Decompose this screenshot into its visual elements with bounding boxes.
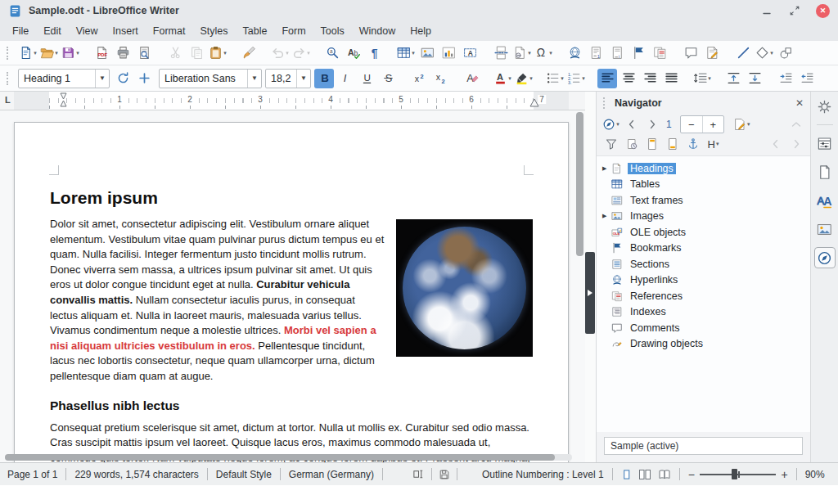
document-canvas[interactable]: Lorem ipsum Dolor sit amet, consectetur … (0, 110, 585, 462)
anchor-text-button[interactable] (683, 135, 702, 153)
navigator-item-comments[interactable]: Comments (597, 320, 810, 336)
underline-button[interactable]: U (357, 69, 376, 88)
zoom-out-icon[interactable]: − (688, 469, 695, 480)
highlight-color-button[interactable]: ▾ (514, 69, 534, 88)
navigator-item-hyperlinks[interactable]: Hyperlinks (597, 272, 810, 289)
chevron-down-icon[interactable]: ▼ (95, 70, 109, 88)
document-heading-1[interactable]: Lorem ipsum (50, 188, 533, 208)
toolbar-grip[interactable] (7, 72, 11, 85)
font-name-combo[interactable]: Liberation Sans ▼ (159, 69, 262, 88)
menu-help[interactable]: Help (403, 23, 439, 39)
zoom-percent[interactable]: 90% (805, 469, 825, 480)
navigator-item-headings[interactable]: ▶Headings (597, 160, 810, 177)
menu-format[interactable]: Format (146, 23, 193, 39)
tab-type-selector[interactable]: L (5, 95, 11, 105)
chevron-down-icon[interactable]: ▾ (286, 50, 289, 56)
spelling-button[interactable]: Ab (344, 43, 363, 63)
indent-decrease-button[interactable] (797, 69, 817, 88)
navigator-item-bookmarks[interactable]: Bookmarks (597, 241, 810, 257)
cut-button[interactable] (165, 43, 185, 63)
document-paragraph-1[interactable]: Dolor sit amet, consectetur adipiscing e… (50, 217, 533, 385)
horizontal-scrollbar[interactable] (5, 454, 572, 461)
special-character-button[interactable]: Ω▾ (534, 43, 553, 63)
navigator-item-references[interactable]: References (597, 288, 810, 304)
insert-mode-icon[interactable] (412, 468, 425, 480)
print-preview-button[interactable] (134, 43, 154, 63)
indent-increase-button[interactable] (776, 69, 795, 88)
print-button[interactable] (113, 43, 133, 63)
clone-formatting-button[interactable] (239, 43, 259, 63)
menu-styles[interactable]: Styles (192, 23, 235, 39)
align-right-button[interactable] (640, 69, 660, 88)
chevron-down-icon[interactable]: ▾ (508, 75, 511, 82)
promote-chapter-button[interactable] (766, 135, 785, 153)
sidebar-tab-page[interactable] (814, 161, 836, 182)
zoom-track[interactable] (700, 474, 777, 475)
set-reminder-button[interactable] (622, 135, 641, 153)
right-indent-marker[interactable] (529, 98, 539, 107)
new-style-button[interactable] (134, 69, 154, 88)
italic-button[interactable]: I (336, 69, 355, 88)
line-spacing-button[interactable]: ▾ (692, 69, 712, 88)
next-button[interactable] (642, 115, 661, 133)
new-document-button[interactable]: ▾ (18, 43, 38, 63)
close-button[interactable]: ✕ (816, 4, 830, 18)
insert-textbox-button[interactable]: A (460, 43, 480, 63)
cross-reference-button[interactable] (650, 43, 669, 63)
previous-button[interactable] (622, 115, 641, 133)
indent-marker[interactable] (59, 92, 68, 107)
outline-level-button[interactable]: H▾ (704, 135, 723, 153)
menu-insert[interactable]: Insert (106, 23, 146, 39)
hyperlink-button[interactable] (565, 43, 584, 63)
bookmark-button[interactable] (628, 43, 648, 63)
outline-numbering[interactable]: Outline Numbering : Level 1 (482, 469, 604, 480)
expand-arrow-icon[interactable]: ▶ (602, 165, 611, 172)
menu-view[interactable]: View (69, 23, 106, 39)
font-color-button[interactable]: A▾ (493, 69, 512, 88)
insert-image-button[interactable] (417, 43, 437, 63)
numbered-list-button[interactable]: 1.2.3.▾ (566, 69, 586, 88)
book-view-icon[interactable] (658, 469, 671, 480)
undo-button[interactable]: ▾ (270, 43, 290, 63)
sidebar-tab-navigator[interactable] (814, 247, 836, 268)
paste-button[interactable]: ▾ (208, 43, 228, 63)
chevron-down-icon[interactable]: ▾ (223, 50, 227, 56)
menu-tools[interactable]: Tools (313, 23, 352, 39)
chevron-down-icon[interactable]: ▾ (528, 50, 531, 56)
strikethrough-button[interactable]: S (378, 69, 398, 88)
navigator-item-images[interactable]: ▶Images (597, 209, 810, 225)
insert-comment-button[interactable] (681, 43, 701, 63)
earth-image[interactable] (396, 219, 533, 357)
clear-formatting-button[interactable]: A (462, 69, 481, 88)
formatting-marks-button[interactable]: ¶ (365, 43, 385, 63)
zoom-in-icon[interactable]: + (781, 469, 787, 480)
font-size-combo[interactable]: 18,2 ▼ (265, 69, 311, 88)
navigator-item-sections[interactable]: Sections (597, 256, 810, 272)
header-button[interactable] (642, 135, 661, 153)
navigator-item-indexes[interactable]: Indexes (597, 304, 810, 321)
chevron-down-icon[interactable]: ▾ (549, 50, 552, 56)
chevron-down-icon[interactable]: ▾ (770, 50, 773, 56)
chevron-down-icon[interactable]: ▾ (34, 50, 37, 56)
para-space-decrease-button[interactable] (745, 69, 764, 88)
menu-file[interactable]: File (5, 23, 36, 39)
document-selector[interactable]: Sample (active) (604, 437, 803, 455)
navigator-item-tables[interactable]: Tables (597, 177, 810, 193)
word-count[interactable]: 229 words, 1,574 characters (74, 469, 198, 480)
navigator-page-number[interactable]: 1 (663, 119, 678, 130)
justify-button[interactable] (661, 69, 681, 88)
horizontal-scrollbar-thumb[interactable] (5, 454, 555, 461)
panel-grip[interactable] (603, 97, 608, 109)
document-page[interactable]: Lorem ipsum Dolor sit amet, consectetur … (14, 122, 569, 462)
single-page-view-icon[interactable] (621, 469, 632, 480)
sidebar-tab-gallery[interactable] (814, 218, 836, 240)
basic-shapes-button[interactable]: ▾ (755, 43, 774, 63)
insert-table-button[interactable]: ▾ (396, 43, 416, 63)
menu-table[interactable]: Table (235, 23, 274, 39)
draw-functions-button[interactable] (776, 43, 795, 63)
demote-chapter-button[interactable] (786, 135, 805, 153)
page-spinner[interactable]: −+ (680, 115, 724, 133)
redo-button[interactable]: ▾ (291, 43, 311, 63)
insert-field-button[interactable]: ▾ (512, 43, 532, 63)
restore-button[interactable] (788, 4, 801, 17)
